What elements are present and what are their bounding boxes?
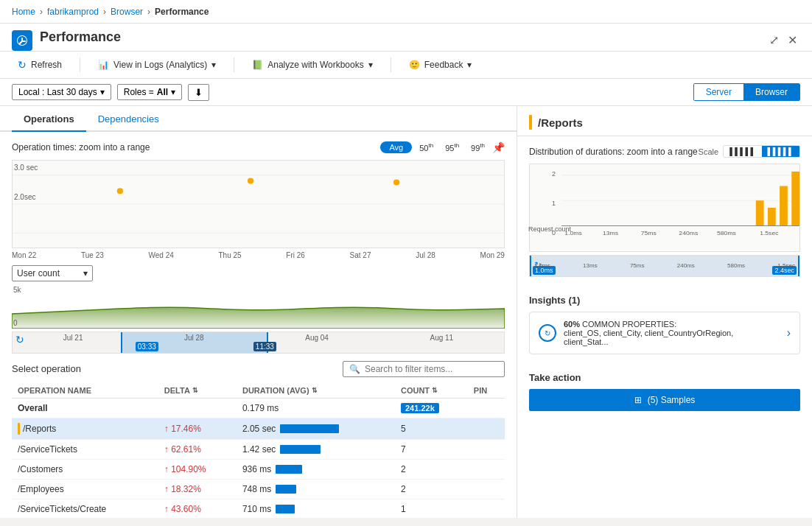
scatter-chart: 3.0 sec 2.0sec <box>12 160 505 248</box>
table-row[interactable]: /Employees ↑ 18.32% 748 ms 2 <box>12 480 505 499</box>
analyze-workbooks-label: Analyze with Workbooks <box>267 60 364 70</box>
dist-svg: 1.0ms 13ms 75ms 240ms 580ms 1.5sec <box>530 164 799 251</box>
scale-label: Scale <box>699 147 719 156</box>
user-count-chevron: ▾ <box>83 268 88 278</box>
insight-percent: 60% <box>564 320 580 329</box>
breadcrumb: Home › fabrikamprod › Browser › Performa… <box>12 7 209 17</box>
browser-button[interactable]: Browser <box>743 84 799 100</box>
tab-dependencies[interactable]: Dependencies <box>86 106 171 132</box>
view-in-logs-label: View in Logs (Analytics) <box>113 60 207 70</box>
search-input[interactable] <box>365 364 498 374</box>
op-duration-reports: 2.05 sec <box>242 424 276 434</box>
op-delta-customers: ↑ 104.90% <box>164 464 231 474</box>
p99-button[interactable]: 99th <box>466 141 489 154</box>
op-duration-st: 1.42 sec <box>242 444 276 455</box>
dist-header: Distribution of durations: zoom into a r… <box>529 145 800 158</box>
avg-button[interactable]: Avg <box>380 141 412 153</box>
op-count-stcreate: 1 <box>401 504 406 514</box>
filter-icon-button[interactable]: ⬇ <box>188 84 209 101</box>
analytics-icon: 📊 <box>98 60 109 70</box>
op-delta-st: ↑ 62.61% <box>164 444 231 455</box>
op-delta-employees: ↑ 18.32% <box>164 484 231 494</box>
op-name-employees: /Employees <box>18 484 64 494</box>
scale-linear[interactable]: ▌▌▌▌▌ <box>724 146 761 157</box>
samples-label: (5) Samples <box>648 395 696 405</box>
samples-button[interactable]: ⊞ (5) Samples <box>529 389 800 411</box>
op-duration-employees: 748 ms <box>242 484 271 494</box>
roles-filter[interactable]: Roles = All ▾ <box>117 84 182 100</box>
tab-operations[interactable]: Operations <box>12 106 86 132</box>
title-bar: Performance ⤢ ✕ <box>0 24 812 52</box>
table-row[interactable]: Overall 0.179 ms 241.22k <box>12 398 505 418</box>
table-row[interactable]: /ServiceTickets ↑ 62.61% 1.42 sec 7 <box>12 440 505 460</box>
insight-card[interactable]: ↻ 60% COMMON PROPERTIES: client_OS, clie… <box>529 312 800 354</box>
chart-section: Operation times: zoom into a range Avg 5… <box>0 132 517 262</box>
op-count-employees: 2 <box>401 484 406 494</box>
maximize-button[interactable]: ⤢ <box>766 30 782 50</box>
dist-timeline[interactable]: 1.0ms 2.4sec ↻ 1.0ms 13ms 75ms 240ms 580… <box>529 255 800 277</box>
op-bar-reports <box>280 424 339 433</box>
op-bar-employees <box>276 485 296 494</box>
p95-button[interactable]: 95th <box>441 141 463 154</box>
insight-loading-icon: ↻ <box>539 324 556 342</box>
refresh-button[interactable]: ↻ Refresh <box>12 56 68 74</box>
close-button[interactable]: ✕ <box>785 30 800 50</box>
op-name-servicetickets: /ServiceTickets <box>18 444 77 455</box>
dist-y-1: 1 <box>552 200 556 207</box>
server-browser-toggle: Server Browser <box>693 83 800 101</box>
workbooks-icon: 📗 <box>252 60 263 70</box>
count-sort-icon[interactable]: ⇅ <box>432 387 438 394</box>
svg-text:240ms: 240ms <box>679 231 698 237</box>
search-box: 🔍 <box>343 361 505 377</box>
select-operation-title: Select operation <box>12 363 81 374</box>
svg-text:75ms: 75ms <box>641 231 657 237</box>
analyze-workbooks-button[interactable]: 📗 Analyze with Workbooks ▾ <box>246 57 379 73</box>
user-count-section: User count ▾ 5k 0 <box>0 262 517 354</box>
server-button[interactable]: Server <box>694 84 743 100</box>
main-content: Operations Dependencies Operation times:… <box>0 106 812 518</box>
feedback-chevron: ▾ <box>467 60 472 70</box>
op-duration-customers: 936 ms <box>242 464 271 474</box>
th-count: COUNT ⇅ <box>395 383 468 399</box>
x-label-thu25: Thu 25 <box>218 251 241 259</box>
breadcrumb-browser[interactable]: Browser <box>111 7 143 17</box>
operation-section: Select operation 🔍 OPERATION NAME <box>0 355 517 518</box>
table-header-row: OPERATION NAME DELTA ⇅ DURATION (AVG) <box>12 383 505 399</box>
view-in-logs-button[interactable]: 📊 View in Logs (Analytics) ▾ <box>92 57 222 73</box>
user-count-dropdown[interactable]: User count ▾ <box>12 265 93 281</box>
scale-log[interactable]: ▌▌▌▌▌ <box>762 146 799 157</box>
left-panel: Operations Dependencies Operation times:… <box>0 106 517 518</box>
pin-button[interactable]: 📌 <box>492 141 505 153</box>
timeline-to-label: 11:33 <box>253 342 276 351</box>
breadcrumb-fabrikamprod[interactable]: fabrikamprod <box>47 7 99 17</box>
delta-sort-icon[interactable]: ⇅ <box>192 387 198 394</box>
table-row[interactable]: /ServiceTickets/Create ↑ 43.60% 710 ms 1 <box>12 499 505 518</box>
feedback-button[interactable]: 🙂 Feedback ▾ <box>403 57 478 73</box>
svg-text:1.5sec: 1.5sec <box>760 231 778 237</box>
scale-control: Scale ▌▌▌▌▌ ▌▌▌▌▌ <box>699 145 800 158</box>
take-action-title: Take action <box>529 372 800 383</box>
table-row[interactable]: /Reports ↑ 17.46% 2.05 sec 5 <box>12 418 505 440</box>
report-color-bar <box>529 115 532 130</box>
op-name-reports: /Reports <box>23 424 56 434</box>
breadcrumb-home[interactable]: Home <box>12 7 35 17</box>
op-count-reports: 5 <box>401 424 406 434</box>
performance-icon <box>16 35 28 46</box>
table-row[interactable]: /Customers ↑ 104.90% 936 ms 2 <box>12 460 505 480</box>
op-name-customers: /Customers <box>18 464 63 474</box>
duration-sort-icon[interactable]: ⇅ <box>312 387 318 394</box>
time-range-filter[interactable]: Local : Last 30 days ▾ <box>12 84 111 100</box>
toolbar-divider-3 <box>391 57 391 72</box>
dist-y-2: 2 <box>552 170 556 178</box>
timeline-slider[interactable]: 03:33 11:33 Jul 21 Jul 28 Aug 04 Aug 11 … <box>12 332 505 354</box>
x-label-wed24: Wed 24 <box>149 251 174 259</box>
x-label-sat27: Sat 27 <box>350 251 371 259</box>
page-title: Performance <box>40 29 121 51</box>
dist-y-axis-label: Request count <box>528 225 571 233</box>
top-bar: Home › fabrikamprod › Browser › Performa… <box>0 0 812 24</box>
dist-section: Distribution of durations: zoom into a r… <box>517 136 812 286</box>
operations-table: OPERATION NAME DELTA ⇅ DURATION (AVG) <box>12 383 505 518</box>
p50-button[interactable]: 50th <box>415 141 438 154</box>
svg-point-4 <box>248 178 253 183</box>
toolbar-divider-1 <box>80 57 80 72</box>
